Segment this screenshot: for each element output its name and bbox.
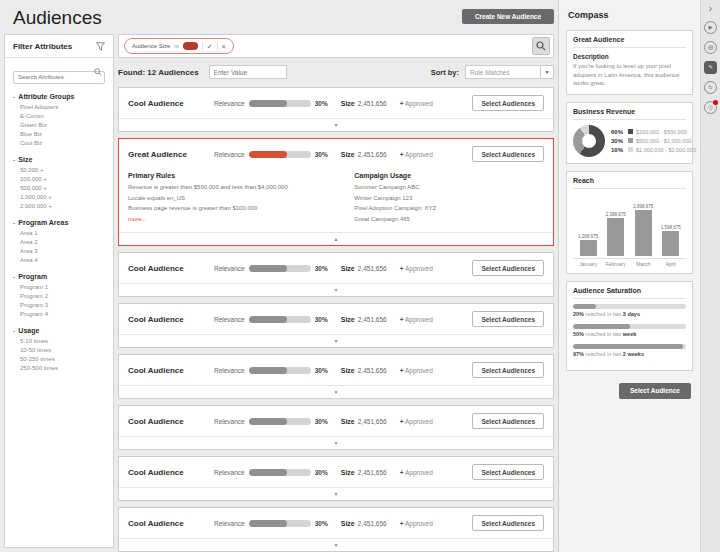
reach-chart: 1,006,675 2,398,675 2,898,675 1,598,675 — [573, 194, 686, 256]
expand-toggle[interactable]: ▼ — [119, 538, 553, 551]
attribute-item[interactable]: 50-250 times — [13, 355, 105, 364]
notes-icon[interactable]: ✎ — [704, 61, 717, 74]
expand-toggle[interactable]: ▼ — [119, 283, 553, 296]
collapse-panel-chevron-icon[interactable]: › — [709, 4, 712, 14]
enter-value-input[interactable] — [209, 65, 287, 79]
select-audiences-button[interactable]: Select Audiences — [472, 464, 544, 480]
attribute-item[interactable]: Blue Biz — [13, 130, 105, 139]
attribute-item[interactable]: 2,000,000 + — [13, 202, 105, 211]
attribute-group-header[interactable]: -Size — [13, 156, 105, 163]
legend-swatch — [628, 129, 633, 134]
attribute-item[interactable]: 1,000,000 + — [13, 193, 105, 202]
select-audiences-button[interactable]: Select Audiences — [472, 515, 544, 531]
search-button[interactable] — [532, 37, 550, 55]
attribute-group-header[interactable]: -Program — [13, 273, 105, 280]
audience-card: Cool Audience Relevance 30% Size 2,451,6… — [118, 354, 554, 399]
page-title: Audiences — [13, 7, 102, 29]
attribute-item[interactable]: 250-500 times — [13, 364, 105, 373]
description-label: Description — [573, 53, 686, 60]
history-icon[interactable]: ↻ — [704, 81, 717, 94]
sort-select[interactable]: Rule Matches — [465, 65, 541, 79]
stats-icon[interactable]: ▤ — [704, 41, 717, 54]
compass-title: Compass — [568, 10, 693, 20]
compass-audience-card: Great Audience Description If you're loo… — [566, 30, 693, 95]
legend-range: $100,000 - $500,000 — [636, 129, 687, 135]
expand-toggle[interactable]: ▼ — [119, 436, 553, 449]
compass-audience-title: Great Audience — [573, 36, 686, 48]
saturation-list: 20% reached in last 3 days 50% reached i… — [573, 304, 686, 357]
attribute-item[interactable]: Area 3 — [13, 247, 105, 256]
attribute-item[interactable]: Area 4 — [13, 256, 105, 265]
expand-toggle[interactable]: ▼ — [119, 385, 553, 398]
active-filter-bar: Audience Size is ✓ × — [118, 34, 554, 58]
select-audiences-button[interactable]: Select Audiences — [472, 311, 544, 327]
size-label: Size — [341, 418, 355, 425]
attribute-item[interactable]: Cool Biz — [13, 139, 105, 148]
attribute-item[interactable]: 10-50 times — [13, 346, 105, 355]
approved-icon: + — [400, 265, 404, 272]
expand-toggle[interactable]: ▼ — [119, 487, 553, 500]
saturation-bar — [573, 324, 686, 329]
audience-name: Cool Audience — [128, 315, 214, 324]
create-new-audience-button[interactable]: Create New Audience — [462, 9, 554, 24]
play-icon[interactable]: ▶ — [704, 21, 717, 34]
confirm-filter-icon[interactable]: ✓ — [207, 43, 213, 50]
audience-saturation-card: Audience Saturation 20% reached in last … — [566, 281, 693, 371]
legend-swatch — [628, 138, 633, 143]
attribute-item[interactable]: 50,000 + — [13, 166, 105, 175]
search-attributes-input[interactable] — [13, 71, 105, 84]
expand-toggle[interactable]: ▼ — [119, 118, 553, 131]
relevance-value: 30% — [315, 151, 337, 158]
alerts-icon[interactable]: ◷ — [704, 101, 717, 114]
audience-row-header: Cool Audience Relevance 30% Size 2,451,6… — [119, 355, 553, 385]
attribute-item[interactable]: Program 4 — [13, 310, 105, 319]
approved-badge: + Approved — [400, 418, 433, 425]
select-audience-button[interactable]: Select Audience — [619, 383, 691, 399]
relevance-label: Relevance — [214, 418, 245, 425]
audience-list: Cool Audience Relevance 30% Size 2,451,6… — [118, 87, 554, 552]
select-audiences-button[interactable]: Select Audiences — [472, 146, 544, 162]
attribute-group-header[interactable]: -Usage — [13, 327, 105, 334]
attribute-item[interactable]: 5-10 times — [13, 337, 105, 346]
select-audiences-button[interactable]: Select Audiences — [472, 413, 544, 429]
attribute-item[interactable]: 100,000 + — [13, 175, 105, 184]
remove-filter-icon[interactable]: × — [222, 43, 226, 50]
revenue-donut-chart — [573, 125, 605, 157]
relevance-bar — [249, 418, 311, 425]
approved-icon: + — [400, 469, 404, 476]
attribute-group-header[interactable]: -Program Areas — [13, 219, 105, 226]
attribute-item[interactable]: Program 1 — [13, 283, 105, 292]
attribute-item[interactable]: Green Biz — [13, 121, 105, 130]
primary-rules-title: Primary Rules — [128, 172, 346, 179]
primary-rules-section: Primary RulesRevenue is greater than $50… — [128, 172, 354, 224]
relevance-label: Relevance — [214, 265, 245, 272]
size-value: 2,451,656 — [358, 367, 394, 374]
filter-chip[interactable]: Audience Size is ✓ × — [124, 38, 234, 54]
relevance-bar — [249, 520, 311, 527]
size-value: 2,451,656 — [358, 265, 394, 272]
saturation-row: 50% reached in last week — [573, 324, 686, 337]
sort-dropdown-button[interactable]: ▼ — [540, 65, 554, 79]
attribute-group-header[interactable]: -Attribute Groups — [13, 93, 105, 100]
search-icon — [94, 68, 102, 76]
select-audiences-button[interactable]: Select Audiences — [472, 95, 544, 111]
campaign-usage-title: Campaign Usage — [354, 172, 544, 179]
select-audiences-button[interactable]: Select Audiences — [472, 362, 544, 378]
attribute-item[interactable]: Program 2 — [13, 292, 105, 301]
collapse-dash-icon: - — [13, 219, 15, 226]
attribute-item[interactable]: Area 2 — [13, 238, 105, 247]
more-link[interactable]: more... — [128, 214, 346, 225]
select-audiences-button[interactable]: Select Audiences — [472, 260, 544, 276]
filter-value-pill[interactable] — [183, 42, 198, 50]
attribute-item[interactable]: 500,000 + — [13, 184, 105, 193]
audience-row-header: Cool Audience Relevance 30% Size 2,451,6… — [119, 88, 553, 118]
expand-toggle[interactable]: ▼ — [119, 334, 553, 347]
collapse-toggle[interactable]: ▲ — [119, 232, 553, 245]
relevance-bar — [249, 265, 311, 272]
attribute-item[interactable]: Program 3 — [13, 301, 105, 310]
attribute-item[interactable]: Pixel Adopters — [13, 103, 105, 112]
size-label: Size — [341, 367, 355, 374]
size-label: Size — [341, 469, 355, 476]
attribute-item[interactable]: Area 1 — [13, 229, 105, 238]
attribute-item[interactable]: E-Comm — [13, 112, 105, 121]
